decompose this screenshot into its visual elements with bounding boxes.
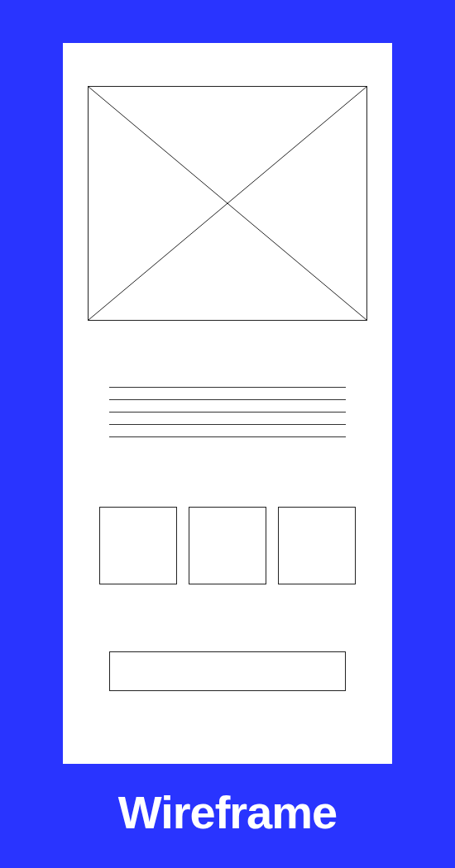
thumbnail-placeholder xyxy=(189,507,266,584)
paragraph-placeholder xyxy=(109,387,346,449)
hero-image-placeholder xyxy=(88,86,367,321)
cta-button-placeholder xyxy=(109,651,346,691)
thumbnail-placeholder xyxy=(278,507,356,584)
image-placeholder-cross-icon xyxy=(89,87,366,320)
text-line xyxy=(109,436,346,437)
page-title: Wireframe xyxy=(0,785,455,839)
text-line xyxy=(109,387,346,388)
text-line xyxy=(109,412,346,413)
text-line xyxy=(109,424,346,425)
thumbnail-row xyxy=(99,507,356,584)
text-line xyxy=(109,399,346,400)
wireframe-canvas xyxy=(63,43,392,764)
thumbnail-placeholder xyxy=(99,507,177,584)
